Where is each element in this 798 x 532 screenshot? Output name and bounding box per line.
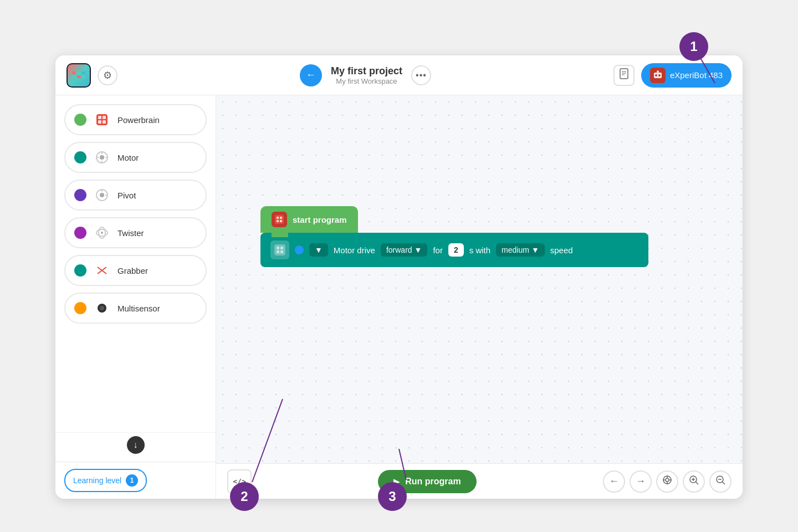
scroll-more-area: ↓ [55, 432, 216, 462]
level-badge: 1 [126, 474, 138, 487]
powerbrain-dot [74, 114, 86, 126]
speed-dropdown[interactable]: medium ▼ [496, 243, 545, 257]
zoom-in-button[interactable] [683, 470, 705, 493]
svg-point-35 [101, 232, 103, 234]
outer-wrapper: 1 2 3 [33, 22, 765, 510]
sidebar-item-motor[interactable]: Motor [64, 142, 207, 173]
center-view-button[interactable] [656, 470, 678, 493]
pivot-icon [93, 186, 111, 204]
svg-rect-46 [277, 250, 279, 253]
svg-rect-42 [280, 220, 282, 222]
for-label: for [433, 245, 443, 255]
s-with-label: s with [469, 245, 490, 255]
svg-rect-44 [277, 247, 279, 249]
svg-point-14 [655, 74, 657, 76]
undo-icon: ← [609, 475, 619, 487]
sidebar-item-pivot[interactable]: Pivot [64, 180, 207, 211]
back-button[interactable]: ← [300, 64, 322, 86]
block-motor-dot [295, 245, 304, 254]
twister-dot [74, 227, 86, 239]
scroll-down-button[interactable]: ↓ [127, 436, 145, 454]
canvas-area[interactable]: start program [216, 95, 743, 499]
motor-drive-label: Motor drive [334, 245, 375, 255]
svg-point-37 [100, 306, 104, 310]
block-cube-icon [270, 241, 289, 259]
grabber-dot [74, 264, 86, 277]
robot-icon [650, 68, 666, 83]
svg-rect-38 [275, 215, 284, 224]
docs-button[interactable] [613, 65, 635, 86]
zoom-out-button[interactable] [709, 470, 732, 493]
more-button[interactable]: ••• [411, 65, 431, 85]
start-block-icon [272, 212, 287, 227]
learning-level-button[interactable]: Learning level 1 [64, 469, 147, 492]
more-icon: ••• [416, 70, 427, 80]
motor-drive-block[interactable]: ▼ Motor drive forward ▼ for 2 s with med… [260, 233, 648, 267]
svg-line-60 [722, 482, 725, 484]
scroll-down-icon: ↓ [134, 440, 138, 450]
svg-point-15 [658, 74, 661, 76]
zoom-out-icon [715, 475, 725, 488]
powerbrain-label: Powerbrain [117, 115, 160, 125]
svg-rect-41 [277, 220, 279, 222]
gear-icon: ⚙ [103, 69, 112, 81]
multisensor-dot [74, 302, 86, 314]
sidebar-item-grabber[interactable]: Grabber [64, 255, 207, 286]
undo-button[interactable]: ← [603, 470, 625, 493]
svg-rect-40 [280, 217, 282, 219]
start-program-block[interactable]: start program [260, 206, 358, 233]
header-left: ⚙ [66, 63, 117, 88]
pivot-dot [74, 189, 86, 201]
svg-rect-21 [98, 120, 101, 124]
sidebar-component-list: Powerbrain [55, 95, 216, 432]
header: ⚙ ← My first project My first Workspace … [55, 55, 743, 95]
target-icon [662, 475, 672, 488]
direction-arrow-icon: ▼ [415, 245, 422, 254]
sidebar: Powerbrain [55, 95, 216, 499]
direction-dropdown[interactable]: forward ▼ [381, 243, 428, 257]
run-program-label: Run program [405, 477, 461, 487]
svg-rect-45 [280, 247, 283, 249]
motor-dot [74, 151, 86, 163]
svg-rect-3 [72, 71, 76, 74]
sidebar-item-multisensor[interactable]: Multisensor [64, 293, 207, 324]
app-logo-icon [72, 71, 85, 79]
annotation-2: 2 [230, 482, 259, 511]
header-right: eXperiBot 483 [613, 63, 732, 88]
app-icon-inner [68, 64, 90, 86]
speed-value: medium [502, 245, 529, 254]
svg-point-49 [666, 478, 669, 482]
multisensor-icon [93, 299, 111, 317]
svg-point-17 [657, 70, 658, 71]
docs-icon [619, 68, 629, 82]
direction-value: forward [386, 245, 412, 254]
motor-selector-dropdown[interactable]: ▼ [309, 243, 328, 257]
project-info: My first project My first Workspace [331, 65, 402, 85]
motor-label: Motor [117, 153, 139, 162]
duration-value[interactable]: 2 [448, 243, 464, 257]
svg-rect-22 [103, 120, 106, 124]
sidebar-item-powerbrain[interactable]: Powerbrain [64, 104, 207, 135]
sidebar-item-twister[interactable]: Twister [64, 217, 207, 248]
svg-rect-18 [96, 114, 108, 125]
learning-level-label: Learning level [73, 476, 121, 485]
robot-connect-button[interactable]: eXperiBot 483 [641, 63, 732, 88]
svg-point-24 [100, 155, 104, 160]
svg-rect-47 [280, 250, 283, 253]
redo-icon: → [636, 475, 646, 487]
redo-button[interactable]: → [630, 470, 652, 493]
svg-rect-39 [277, 217, 279, 219]
dropdown-arrow-icon: ▼ [315, 245, 323, 254]
speed-arrow-icon: ▼ [531, 245, 539, 254]
svg-rect-7 [77, 75, 81, 78]
svg-rect-9 [620, 69, 628, 79]
grabber-icon [93, 262, 111, 279]
svg-rect-8 [81, 75, 85, 78]
settings-button[interactable]: ⚙ [98, 65, 117, 85]
zoom-in-icon [689, 475, 699, 488]
bottom-toolbar: </> ▶ Run program ← → [216, 463, 743, 499]
project-title: My first project [331, 65, 402, 77]
motor-icon [93, 149, 111, 166]
svg-line-57 [695, 482, 698, 484]
speed-suffix: speed [550, 245, 573, 255]
